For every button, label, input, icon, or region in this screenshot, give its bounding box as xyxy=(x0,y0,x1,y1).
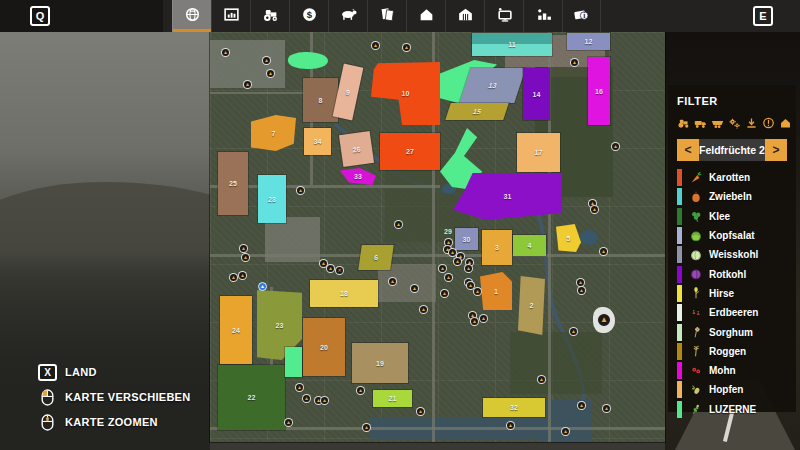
map-hotspot-marker[interactable]: ▲ xyxy=(569,327,578,336)
map-field-18[interactable]: 18 xyxy=(310,280,378,307)
selector-next-button[interactable]: > xyxy=(765,139,787,161)
crop-filter-lettuce[interactable]: Kopfsalat xyxy=(677,226,787,245)
map-hotspot-marker[interactable]: ▲ xyxy=(239,244,248,253)
warning-filter-icon[interactable] xyxy=(762,116,775,130)
map-field-34[interactable]: 34 xyxy=(304,128,331,155)
map-field-32[interactable]: 32 xyxy=(483,398,545,417)
tab-finances[interactable]: $ xyxy=(289,0,328,32)
map-field-27[interactable]: 27 xyxy=(380,133,440,170)
map-hotspot-marker[interactable]: ▲ xyxy=(453,257,462,266)
tab-contracts[interactable] xyxy=(367,0,406,32)
map-hotspot-marker[interactable]: ▲ xyxy=(473,287,482,296)
map-hotspot-marker[interactable]: ▲ xyxy=(388,277,397,286)
map-field-12[interactable]: 12 xyxy=(567,33,610,50)
selector-prev-button[interactable]: < xyxy=(677,139,699,161)
map-field-20[interactable]: 20 xyxy=(303,318,345,376)
map-hotspot-marker[interactable]: ▲ xyxy=(238,271,247,280)
tab-shop[interactable] xyxy=(484,0,523,32)
map-hotspot-marker[interactable]: ▲ xyxy=(258,282,267,291)
map-hotspot-marker[interactable]: ▲ xyxy=(266,69,275,78)
crop-filter-strawberry[interactable]: Erdbeeren xyxy=(677,303,787,322)
map-meadow[interactable] xyxy=(285,347,302,377)
crop-filter-clover[interactable]: Klee xyxy=(677,207,787,226)
tab-statistics[interactable] xyxy=(211,0,250,32)
download-filter-icon[interactable] xyxy=(745,116,758,130)
gears-filter-icon[interactable] xyxy=(728,116,741,130)
map-field-4[interactable]: 4 xyxy=(513,235,546,256)
map-hotspot-marker[interactable]: ▲ xyxy=(599,247,608,256)
map-hotspot-marker[interactable]: ▲ xyxy=(561,427,570,436)
map-hotspot-marker[interactable]: ▲ xyxy=(597,313,611,327)
map-field-19[interactable]: 19 xyxy=(352,343,408,383)
map-hotspot-marker[interactable]: ▲ xyxy=(221,48,230,57)
map-hotspot-marker[interactable]: ▲ xyxy=(470,317,479,326)
map-hotspot-marker[interactable]: ▲ xyxy=(590,205,599,214)
map-field-17[interactable]: 17 xyxy=(517,133,560,172)
tab-garage[interactable] xyxy=(445,0,484,32)
map-hotspot-marker[interactable]: ▲ xyxy=(440,289,449,298)
tab-help[interactable]: i xyxy=(562,0,601,32)
map-hotspot-marker[interactable]: ▲ xyxy=(464,264,473,273)
crop-filter-onion[interactable]: Zwiebeln xyxy=(677,187,787,206)
crop-filter-hops[interactable]: Hopfen xyxy=(677,380,787,399)
map-hotspot-marker[interactable]: ▲ xyxy=(394,220,403,229)
crop-filter-poppy[interactable]: Mohn xyxy=(677,361,787,380)
map-field-15[interactable]: 15 xyxy=(445,103,509,120)
map-field-2[interactable]: 2 xyxy=(518,276,545,335)
map-hotspot-marker[interactable]: ▲ xyxy=(570,58,579,67)
map-hotspot-marker[interactable]: ▲ xyxy=(284,418,293,427)
map-field-3[interactable]: 3 xyxy=(482,230,512,265)
map-hotspot-marker[interactable]: ▲ xyxy=(302,394,311,403)
map-hotspot-marker[interactable]: ▲ xyxy=(577,286,586,295)
map-hotspot-marker[interactable]: ▲ xyxy=(416,407,425,416)
map-hotspot-marker[interactable]: ▲ xyxy=(577,401,586,410)
map-hotspot-marker[interactable]: ▲ xyxy=(419,305,428,314)
map-hotspot-marker[interactable]: ▲ xyxy=(362,423,371,432)
map-field-25[interactable]: 25 xyxy=(218,152,248,215)
map-field-24[interactable]: 24 xyxy=(220,296,252,364)
map-hotspot-marker[interactable]: ▲ xyxy=(402,43,411,52)
map-field-16[interactable]: 16 xyxy=(588,57,610,125)
map-hotspot-marker[interactable]: ▲ xyxy=(410,284,419,293)
map-hotspot-marker[interactable]: ▲ xyxy=(444,273,453,282)
map-hotspot-marker[interactable]: ▲ xyxy=(262,56,271,65)
map-field-14[interactable]: 14 xyxy=(523,68,550,120)
map-field-6[interactable]: 6 xyxy=(358,245,394,270)
map-hotspot-marker[interactable]: ▲ xyxy=(537,375,546,384)
crop-filter-rye[interactable]: Roggen xyxy=(677,342,787,361)
map-hotspot-marker[interactable]: ✕ xyxy=(335,266,344,275)
game-map[interactable]: 8910734262733252811121315141617316182423… xyxy=(210,32,665,442)
map-hotspot-marker[interactable]: ▲ xyxy=(506,421,515,430)
tab-map[interactable] xyxy=(172,0,211,32)
map-hotspot-marker[interactable]: ▲ xyxy=(320,396,329,405)
crop-filter-lucerne[interactable]: LUZERNE xyxy=(677,400,787,419)
map-field-13[interactable]: 13 xyxy=(459,68,525,103)
map-meadow[interactable] xyxy=(288,52,328,69)
map-hotspot-marker[interactable]: ▲ xyxy=(438,264,447,273)
crop-filter-millet[interactable]: Hirse xyxy=(677,284,787,303)
map-hotspot-marker[interactable]: ▲ xyxy=(229,273,238,282)
house-filter-icon[interactable] xyxy=(779,116,792,130)
crop-filter-carrot[interactable]: Karotten xyxy=(677,168,787,187)
tractor-filter-icon[interactable] xyxy=(677,116,690,130)
map-field-21[interactable]: 21 xyxy=(373,390,412,407)
map-field-31[interactable]: 31 xyxy=(453,173,562,220)
map-field-30[interactable]: 30 xyxy=(455,228,478,250)
map-field-26[interactable]: 26 xyxy=(339,131,374,167)
map-hotspot-marker[interactable]: ▲ xyxy=(295,383,304,392)
tab-animals[interactable] xyxy=(328,0,367,32)
tab-production[interactable] xyxy=(523,0,562,32)
crop-filter-sorghum[interactable]: Sorghum xyxy=(677,322,787,341)
tab-farms[interactable] xyxy=(406,0,445,32)
map-hotspot-marker[interactable]: ▲ xyxy=(356,386,365,395)
truck-filter-icon[interactable] xyxy=(694,116,707,130)
map-hotspot-marker[interactable]: ▲ xyxy=(296,186,305,195)
map-hotspot-marker[interactable]: ▲ xyxy=(371,41,380,50)
map-hotspot-marker[interactable]: ▲ xyxy=(602,404,611,413)
map-hotspot-marker[interactable]: ▲ xyxy=(243,80,252,89)
map-hotspot-marker[interactable]: ▲ xyxy=(241,253,250,262)
map-field-11[interactable]: 11 xyxy=(472,33,552,56)
tab-vehicles[interactable] xyxy=(250,0,289,32)
map-hotspot-marker[interactable]: ▲ xyxy=(479,314,488,323)
crop-filter-cabbage-white[interactable]: Weisskohl xyxy=(677,245,787,264)
